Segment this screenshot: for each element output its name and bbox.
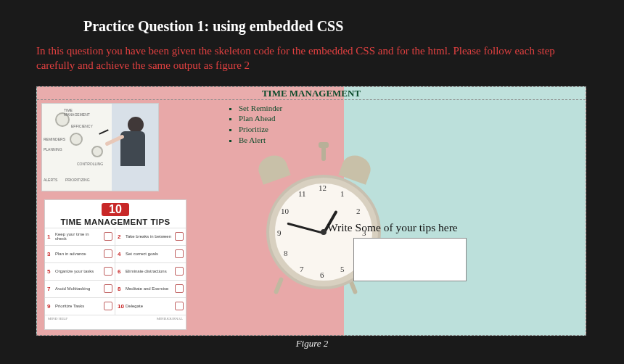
img1-label: ALERTS [44, 178, 57, 182]
brand-right: MINDJOURNAL [157, 317, 183, 320]
bullet-item: Set Reminder [239, 103, 282, 114]
bullet-item: Be Alert [239, 135, 282, 146]
img1-label: PLANNING [44, 147, 62, 152]
img1-label: PRIORITIZING [65, 178, 90, 182]
person-icon [115, 117, 149, 175]
img1-label: EFFICIENCY [71, 124, 93, 128]
tips-input-label: Write Some of your tips here [327, 221, 458, 234]
tips-badge: 10 [102, 203, 129, 216]
brand-left: MIND HELP [48, 317, 67, 320]
bullet-item: Prioritize [239, 124, 282, 135]
img1-label: REMINDERS [44, 137, 65, 141]
tips-textarea[interactable] [353, 238, 467, 281]
img1-label: CONTROLLING [77, 162, 103, 166]
figure-panel: TIME MANAGEMENT TIME MANAGEMENT EFFICIEN… [36, 86, 586, 336]
instruction-text: In this question you have been given the… [0, 44, 624, 80]
figure-wrapper: TIME MANAGEMENT TIME MANAGEMENT EFFICIEN… [36, 86, 588, 349]
tips-title: TIME MANAGEMENT TIPS [45, 216, 186, 226]
figure-caption: Figure 2 [36, 336, 588, 349]
bullet-list: Set Reminder Plan Ahead Prioritize Be Al… [224, 103, 282, 146]
tips-grid: 1Keep your time in check 2Take breaks in… [45, 228, 186, 315]
clock-hammer-icon [321, 146, 326, 161]
panel-title: TIME MANAGEMENT [37, 87, 586, 100]
tips-infographic: 10 TIME MANAGEMENT TIPS 1Keep your time … [44, 199, 186, 330]
page-heading: Practice Question 1: using embedded CSS [0, 0, 624, 44]
time-management-image: TIME MANAGEMENT EFFICIENCY REMINDERS PLA… [41, 103, 159, 191]
bullet-item: Plan Ahead [239, 113, 282, 124]
img1-label: MANAGEMENT [64, 112, 90, 117]
